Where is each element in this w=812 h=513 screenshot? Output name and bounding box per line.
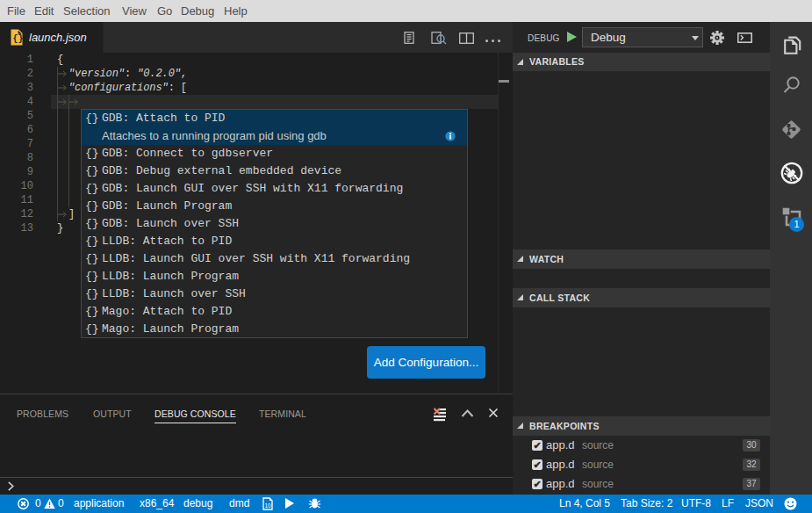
svg-text:{}: {} xyxy=(13,34,23,44)
svg-text:10: 10 xyxy=(264,502,271,509)
